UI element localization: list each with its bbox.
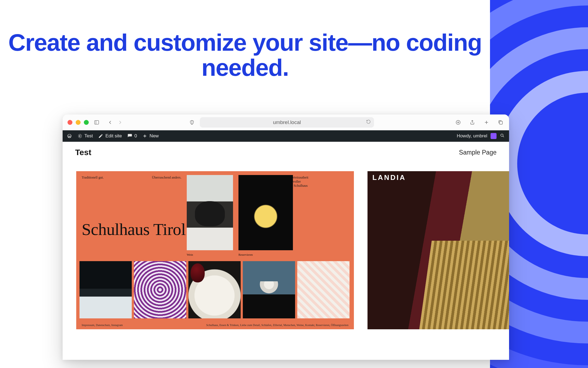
wp-comments-link[interactable]: 0 xyxy=(127,133,137,139)
tab-overview-icon[interactable] xyxy=(497,119,504,126)
plate-image xyxy=(188,261,241,318)
wp-howdy-text[interactable]: Howdy, umbrel xyxy=(457,133,487,139)
browser-window: umbrel.local Test xyxy=(63,114,509,360)
seascape-image xyxy=(79,261,132,318)
theme-card-landia[interactable]: LANDIA xyxy=(367,171,509,329)
new-tab-icon[interactable] xyxy=(483,119,490,126)
site-nav-link[interactable]: Sample Page xyxy=(459,149,497,156)
reload-icon[interactable] xyxy=(366,119,371,125)
url-bar[interactable]: umbrel.local xyxy=(200,117,374,128)
orange-brand: Schulhaus Tirol xyxy=(82,220,186,239)
privacy-shield-icon[interactable] xyxy=(188,119,195,126)
orange-reservieren-label: Reservieren xyxy=(238,253,253,256)
svg-line-22 xyxy=(503,136,504,137)
theme-card-orange[interactable]: Traditionell gut. Überraschend anders. W… xyxy=(76,171,354,329)
traffic-lights xyxy=(68,120,89,125)
wp-new-label: New xyxy=(149,133,159,139)
svg-point-18 xyxy=(79,135,81,137)
back-button[interactable] xyxy=(106,118,114,126)
page-headline: Create and customize your site—no coding… xyxy=(0,30,490,80)
cabbage-image xyxy=(134,261,186,318)
share-icon[interactable] xyxy=(469,119,476,126)
orange-top-text: Traditionell gut. xyxy=(82,176,122,192)
wp-new-link[interactable]: New xyxy=(142,133,159,139)
landia-logo: LANDIA xyxy=(372,173,406,182)
person-back-image xyxy=(243,261,295,318)
wp-comments-count: 0 xyxy=(134,133,137,139)
orange-wein-label: Wein xyxy=(187,253,193,256)
wp-admin-bar: Test Edit site 0 New Howdy, umbrel xyxy=(63,130,509,142)
downloads-icon[interactable] xyxy=(455,119,462,126)
wp-site-link[interactable]: Test xyxy=(77,133,93,139)
site-header: Test Sample Page xyxy=(63,142,509,163)
wp-search-icon[interactable] xyxy=(500,133,505,139)
svg-rect-9 xyxy=(95,120,99,124)
site-title[interactable]: Test xyxy=(75,148,91,157)
wp-edit-site-link[interactable]: Edit site xyxy=(98,133,122,139)
landia-hero-image xyxy=(367,171,509,329)
sidebar-icon[interactable] xyxy=(93,119,100,126)
window-close-button[interactable] xyxy=(68,120,72,125)
svg-point-21 xyxy=(501,134,503,136)
orange-footer-left: Impressum, Datenschutz, Instagram xyxy=(82,324,123,327)
bedding-image xyxy=(297,261,350,318)
wp-logo-icon[interactable] xyxy=(67,134,72,138)
wp-site-name: Test xyxy=(84,133,93,139)
theme-carousel: Work About Contact ESP ◎ Traditionell gu… xyxy=(63,163,509,329)
browser-chrome: umbrel.local xyxy=(63,114,509,130)
window-zoom-button[interactable] xyxy=(84,120,89,125)
wp-avatar[interactable] xyxy=(491,133,497,139)
svg-rect-16 xyxy=(500,121,503,124)
forward-button[interactable] xyxy=(116,118,124,126)
wp-edit-site-label: Edit site xyxy=(105,133,122,139)
url-text: umbrel.local xyxy=(273,119,301,125)
orange-footer-right: Schulhaus, Essen & Trinken, Liebe zum De… xyxy=(206,324,348,327)
window-minimize-button[interactable] xyxy=(76,120,81,125)
chef-image xyxy=(187,175,233,250)
fork-pasta-image xyxy=(238,175,293,250)
